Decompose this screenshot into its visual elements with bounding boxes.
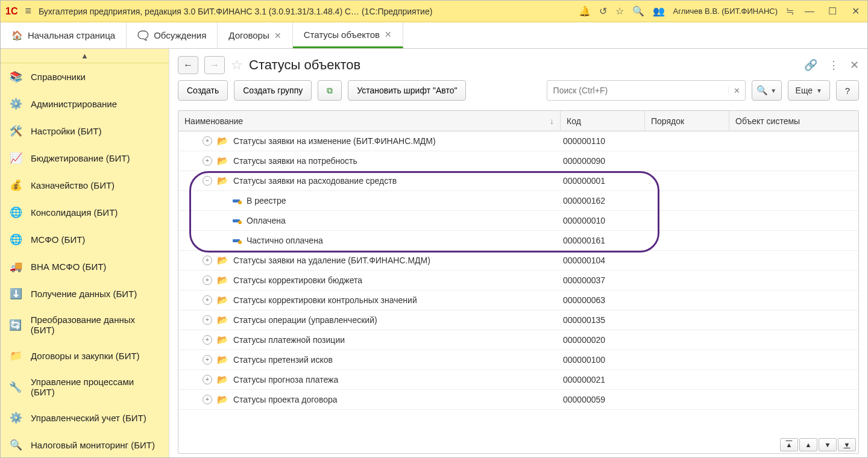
- filter-icon[interactable]: ≒: [786, 5, 794, 17]
- bell-icon[interactable]: 🔔: [579, 5, 591, 17]
- folder-icon: 📂: [217, 175, 228, 186]
- nav-back-button[interactable]: ←: [178, 56, 198, 74]
- maximize-button[interactable]: ☐: [825, 5, 840, 17]
- table-row[interactable]: +📂Статусы платежной позиции000000020: [178, 330, 858, 350]
- expand-icon[interactable]: +: [203, 275, 212, 285]
- expand-icon[interactable]: +: [203, 375, 212, 384]
- table-row[interactable]: Частично оплачена000000161: [178, 231, 858, 251]
- minimize-button[interactable]: —: [802, 6, 817, 17]
- scroll-top-button[interactable]: ▲: [780, 438, 798, 451]
- sidebar-item[interactable]: ⬇️Получение данных (БИТ): [1, 280, 169, 307]
- sidebar-item[interactable]: 🌐МСФО (БИТ): [1, 226, 169, 253]
- expand-icon[interactable]: +: [203, 335, 212, 345]
- scroll-up-button[interactable]: ▲: [799, 438, 817, 451]
- scroll-down-button[interactable]: ▼: [819, 438, 837, 451]
- sidebar-item-label: Администрирование: [31, 99, 117, 109]
- column-name[interactable]: Наименование ↓: [178, 111, 561, 131]
- truck-icon: 🚚: [9, 260, 22, 273]
- sidebar-item[interactable]: 🔄Преобразование данных (БИТ): [1, 307, 169, 342]
- sidebar-item[interactable]: 🛠️Настройки (БИТ): [1, 118, 169, 145]
- row-name: Статусы операции (управленческий): [233, 315, 377, 325]
- scroll-bottom-button[interactable]: ▼: [838, 438, 856, 451]
- search-input[interactable]: [547, 86, 728, 95]
- row-name: Статусы заявки на изменение (БИТ.ФИНАНС.…: [233, 136, 436, 146]
- sidebar-item[interactable]: 📈Бюджетирование (БИТ): [1, 145, 169, 172]
- users-icon[interactable]: 👥: [653, 5, 665, 17]
- clear-icon[interactable]: ✕: [728, 86, 745, 95]
- sync-icon: 🔄: [9, 319, 22, 331]
- page-title: Статусы объектов: [249, 57, 360, 73]
- close-button[interactable]: ✕: [848, 5, 863, 17]
- close-icon[interactable]: ✕: [385, 30, 392, 39]
- tools-icon: 🛠️: [9, 125, 22, 137]
- table-row[interactable]: +📂Статусы операции (управленческий)00000…: [178, 310, 858, 330]
- collapse-icon[interactable]: −: [203, 176, 212, 186]
- sidebar-item[interactable]: 🔧Управление процессами (БИТ): [1, 369, 169, 404]
- row-code: 000000059: [561, 395, 645, 404]
- sidebar-item[interactable]: ⚙️Администрирование: [1, 90, 169, 118]
- expand-icon[interactable]: +: [203, 156, 212, 166]
- create-button[interactable]: Создать: [178, 80, 228, 101]
- row-name: Статусы заявки на удаление (БИТ.ФИНАНС.М…: [233, 256, 430, 265]
- table-row[interactable]: В реестре000000162: [178, 191, 858, 211]
- folder-icon: 📂: [217, 136, 228, 146]
- row-name: Статусы платежной позиции: [233, 335, 345, 345]
- table-row[interactable]: −📂Статусы заявки на расходование средств…: [178, 171, 858, 191]
- toolbar: Создать Создать группу ⧉ Установить шриф…: [178, 80, 859, 101]
- sidebar-item[interactable]: 📁Договоры и закупки (БИТ): [1, 342, 169, 369]
- search-button[interactable]: 🔍 ▼: [752, 80, 782, 101]
- sidebar-item-label: Управление процессами (БИТ): [31, 377, 160, 397]
- sidebar-collapse-icon[interactable]: ▲: [1, 49, 169, 63]
- column-code[interactable]: Код: [561, 111, 645, 131]
- folder-icon: 📂: [217, 374, 228, 385]
- row-name: Статусы корректировки бюджета: [233, 275, 362, 285]
- table-row[interactable]: +📂Статусы прогноза платежа000000021: [178, 370, 858, 390]
- link-icon[interactable]: 🔗: [804, 58, 817, 72]
- table-row[interactable]: +📂Статусы корректировки контрольных знач…: [178, 290, 858, 310]
- tab-contracts[interactable]: Договоры ✕: [218, 22, 292, 48]
- expand-icon[interactable]: +: [203, 136, 212, 146]
- expand-icon[interactable]: +: [203, 355, 212, 365]
- table-row[interactable]: Оплачена000000010: [178, 211, 858, 231]
- tab-label: Статусы объектов: [304, 30, 380, 40]
- sidebar-item[interactable]: ⚙️Управленческий учет (БИТ): [1, 404, 169, 431]
- table-row[interactable]: +📂Статусы претензий исков000000100: [178, 350, 858, 370]
- search-icon[interactable]: 🔍: [632, 5, 644, 17]
- more-button[interactable]: Еще ▼: [788, 80, 830, 101]
- user-name[interactable]: Агличев В.В. (БИТ.ФИНАНС): [673, 7, 778, 16]
- expand-icon[interactable]: +: [203, 315, 212, 325]
- table-row[interactable]: +📂Статусы корректировки бюджета000000037: [178, 271, 858, 290]
- table-row[interactable]: +📂Статусы заявки на изменение (БИТ.ФИНАН…: [178, 131, 858, 151]
- sidebar-item[interactable]: 🌐Консолидация (БИТ): [1, 199, 169, 226]
- column-object[interactable]: Объект системы: [729, 111, 858, 131]
- menu-icon[interactable]: ≡: [25, 5, 31, 17]
- column-order[interactable]: Порядок: [645, 111, 729, 131]
- favorite-icon[interactable]: ☆: [231, 57, 243, 73]
- tab-discussions[interactable]: 🗨️ Обсуждения: [127, 22, 218, 48]
- create-group-button[interactable]: Создать группу: [234, 80, 312, 101]
- sidebar-item[interactable]: 💰Казначейство (БИТ): [1, 172, 169, 199]
- close-icon[interactable]: ✕: [274, 31, 281, 40]
- sidebar-item[interactable]: 📚Справочники: [1, 63, 169, 90]
- history-icon[interactable]: ↺: [599, 5, 607, 17]
- expand-icon[interactable]: +: [203, 256, 212, 265]
- sidebar-item[interactable]: 🔍Налоговый мониторинг (БИТ): [1, 431, 169, 458]
- table-row[interactable]: +📂Статусы заявки на удаление (БИТ.ФИНАНС…: [178, 251, 858, 271]
- table-row[interactable]: +📂Статусы заявки на потребность000000090: [178, 151, 858, 171]
- help-button[interactable]: ?: [836, 80, 859, 101]
- close-panel-icon[interactable]: ✕: [850, 58, 859, 72]
- new-item-icon-button[interactable]: ⧉: [318, 80, 342, 101]
- search-box[interactable]: ✕: [547, 80, 746, 101]
- more-vert-icon[interactable]: ⋮: [828, 58, 839, 72]
- sidebar-item-label: Налоговый мониторинг (БИТ): [31, 440, 155, 450]
- tab-home[interactable]: 🏠 Начальная страница: [1, 22, 127, 48]
- expand-icon[interactable]: +: [203, 395, 212, 404]
- sidebar-item[interactable]: 🚚ВНА МСФО (БИТ): [1, 253, 169, 280]
- expand-icon[interactable]: +: [203, 295, 212, 305]
- set-font-button[interactable]: Установить шрифт "Авто": [348, 80, 466, 101]
- star-icon[interactable]: ☆: [615, 5, 624, 17]
- tab-label: Обсуждения: [154, 30, 206, 40]
- table-row[interactable]: +📂Статусы проекта договора000000059: [178, 390, 858, 410]
- tab-statuses[interactable]: Статусы объектов ✕: [293, 22, 403, 48]
- row-name: Частично оплачена: [247, 236, 323, 245]
